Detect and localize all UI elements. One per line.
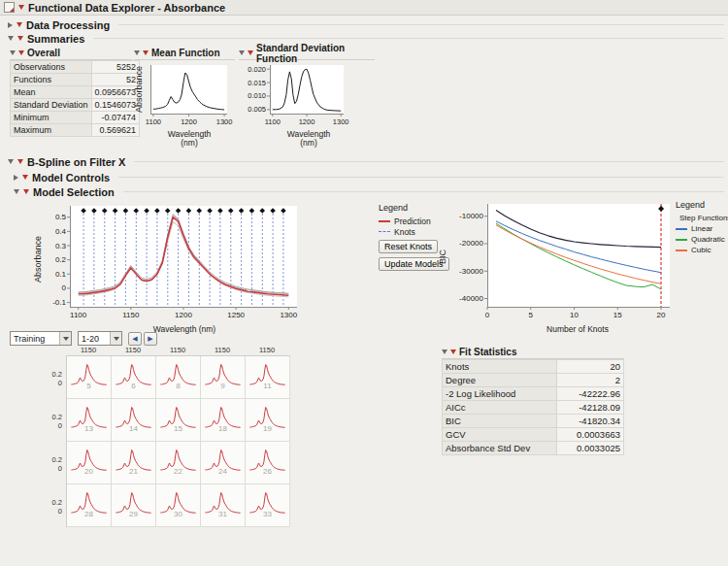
legend-item[interactable]: Prediction xyxy=(379,216,456,226)
outline-data-processing[interactable]: Data Processing xyxy=(8,18,724,31)
mini-plot-cell[interactable]: 6 xyxy=(112,356,156,399)
disclosure-icon[interactable] xyxy=(239,50,245,55)
legend-item[interactable]: Step Functions xyxy=(676,213,728,223)
std-function-plot[interactable]: 1100120013000.0050.0100.0150.020 xyxy=(241,61,349,127)
legend-item[interactable]: Linear xyxy=(676,223,728,234)
training-select[interactable]: Training xyxy=(10,331,72,346)
chevron-down-icon[interactable] xyxy=(110,332,121,345)
mini-function-plot[interactable] xyxy=(112,399,155,441)
mini-function-plot[interactable] xyxy=(67,484,111,526)
fit-statistics-panel-header[interactable]: Fit Statistics xyxy=(442,346,624,359)
mini-function-plot[interactable] xyxy=(67,399,111,441)
mini-cell-number: 24 xyxy=(201,467,245,476)
red-triangle-menu-icon[interactable] xyxy=(248,50,253,55)
model-selection-plot[interactable]: 110011501200125013000.50.40.30.20.10-0.1 xyxy=(45,198,307,322)
mini-function-plot[interactable] xyxy=(246,356,289,398)
disclosure-icon[interactable] xyxy=(8,22,13,28)
disclosure-icon[interactable] xyxy=(14,175,18,181)
outline-bspline[interactable]: B-Spline on Filter X xyxy=(8,155,724,168)
legend-item[interactable]: Quadratic xyxy=(676,234,728,245)
disclosure-icon[interactable] xyxy=(8,36,14,41)
mini-function-plot[interactable] xyxy=(246,484,289,526)
mini-function-plot[interactable] xyxy=(201,399,245,441)
mean-function-plot[interactable]: 110012001300 xyxy=(146,61,233,127)
mini-plot-cell[interactable]: 22 xyxy=(156,442,201,484)
disclosure-icon[interactable] xyxy=(442,350,447,354)
mini-x-tick-label: 1150 xyxy=(200,346,245,354)
red-triangle-menu-icon[interactable] xyxy=(450,350,456,354)
red-triangle-menu-icon[interactable] xyxy=(18,50,24,55)
svg-text:-20000: -20000 xyxy=(459,239,483,248)
mini-plot-cell[interactable]: 28 xyxy=(67,484,112,527)
disclosure-icon[interactable] xyxy=(14,189,19,194)
stat-value: 0.569621 xyxy=(91,124,140,137)
mini-function-plot[interactable] xyxy=(201,356,245,398)
legend-item[interactable]: Cubic xyxy=(676,245,728,255)
mini-plot-cell[interactable]: 33 xyxy=(246,484,290,527)
mean-function-panel-header[interactable]: Mean Function xyxy=(134,47,235,60)
mini-function-plot[interactable] xyxy=(112,356,155,398)
mini-plot-cell[interactable]: 13 xyxy=(67,399,112,442)
std-function-panel-header[interactable]: Standard Deviation Function xyxy=(239,47,375,60)
mini-function-plot[interactable] xyxy=(246,399,289,441)
mini-plot-cell[interactable]: 31 xyxy=(201,484,246,527)
mini-plot-cell[interactable]: 8 xyxy=(156,356,201,399)
red-triangle-menu-icon[interactable] xyxy=(17,159,23,164)
stat-label: Standard Deviation xyxy=(11,99,92,112)
mini-plot-cell[interactable]: 21 xyxy=(112,442,156,484)
overall-panel-header[interactable]: Overall xyxy=(10,47,132,60)
outline-model-selection[interactable]: Model Selection xyxy=(14,185,724,198)
range-select[interactable]: 1-20 xyxy=(78,331,122,346)
mini-function-plot[interactable] xyxy=(156,442,200,483)
mini-function-plot[interactable] xyxy=(246,442,289,483)
mini-function-plot[interactable] xyxy=(156,356,200,398)
legend-item[interactable]: Knots xyxy=(379,226,456,237)
mini-cell-number: 14 xyxy=(112,424,155,433)
mini-function-plot[interactable] xyxy=(156,484,200,526)
mini-plot-cell[interactable]: 26 xyxy=(246,442,290,484)
mini-cell-number: 29 xyxy=(112,510,155,518)
stat-label: Knots xyxy=(443,360,557,374)
chevron-down-icon[interactable] xyxy=(59,332,71,345)
disclosure-icon[interactable] xyxy=(10,50,16,55)
mini-function-plot[interactable] xyxy=(156,399,200,441)
bic-plot[interactable]: 05101520-10000-20000-30000-40000 xyxy=(448,198,678,322)
mini-plot-cell[interactable]: 29 xyxy=(112,484,156,527)
mini-y-tick-label: 0 xyxy=(43,421,62,430)
next-page-button[interactable]: ▶ xyxy=(144,332,157,346)
outline-model-controls[interactable]: Model Controls xyxy=(14,171,724,183)
mini-plot-cell[interactable]: 14 xyxy=(112,399,156,442)
red-triangle-menu-icon[interactable] xyxy=(17,22,22,27)
red-triangle-menu-icon[interactable] xyxy=(22,175,28,180)
mini-function-plot[interactable] xyxy=(67,442,111,483)
mini-function-plot[interactable] xyxy=(201,484,245,526)
mini-function-plot[interactable] xyxy=(67,356,111,398)
red-triangle-menu-icon[interactable] xyxy=(23,189,29,194)
mini-plot-cell[interactable]: 5 xyxy=(67,356,112,399)
mini-plot-cell[interactable]: 30 xyxy=(156,484,201,527)
mini-plot-cell[interactable]: 9 xyxy=(201,356,246,399)
disclosure-icon[interactable] xyxy=(134,50,140,55)
red-triangle-menu-icon[interactable] xyxy=(143,50,149,55)
mini-plot-cell[interactable]: 18 xyxy=(201,399,246,442)
prev-page-button[interactable]: ◀ xyxy=(128,332,142,346)
mini-plot-cell[interactable]: 24 xyxy=(201,442,246,484)
reset-knots-button[interactable]: Reset Knots xyxy=(379,240,438,253)
stat-value: 0.0003663 xyxy=(557,428,624,442)
mini-plot-cell[interactable]: 19 xyxy=(246,399,290,442)
report-title-bar: Functional Data Explorer - Absorbance xyxy=(0,0,728,16)
mini-plot-cell[interactable]: 20 xyxy=(67,442,112,484)
red-triangle-menu-icon[interactable] xyxy=(18,5,24,10)
red-triangle-menu-icon[interactable] xyxy=(17,36,23,41)
report-icon[interactable] xyxy=(4,2,15,13)
overall-table: Observations5252Functions52Mean0.0956673… xyxy=(10,60,132,137)
stat-value: 20 xyxy=(557,360,624,374)
mini-plot-cell[interactable]: 11 xyxy=(246,356,290,399)
mini-plot-cell[interactable]: 15 xyxy=(156,399,201,442)
table-row: Knots20 xyxy=(443,360,624,374)
mini-function-plot[interactable] xyxy=(112,484,155,526)
legend-swatch xyxy=(379,220,390,222)
mini-function-plot[interactable] xyxy=(112,442,155,483)
mini-function-plot[interactable] xyxy=(201,442,245,483)
disclosure-icon[interactable] xyxy=(8,159,14,164)
